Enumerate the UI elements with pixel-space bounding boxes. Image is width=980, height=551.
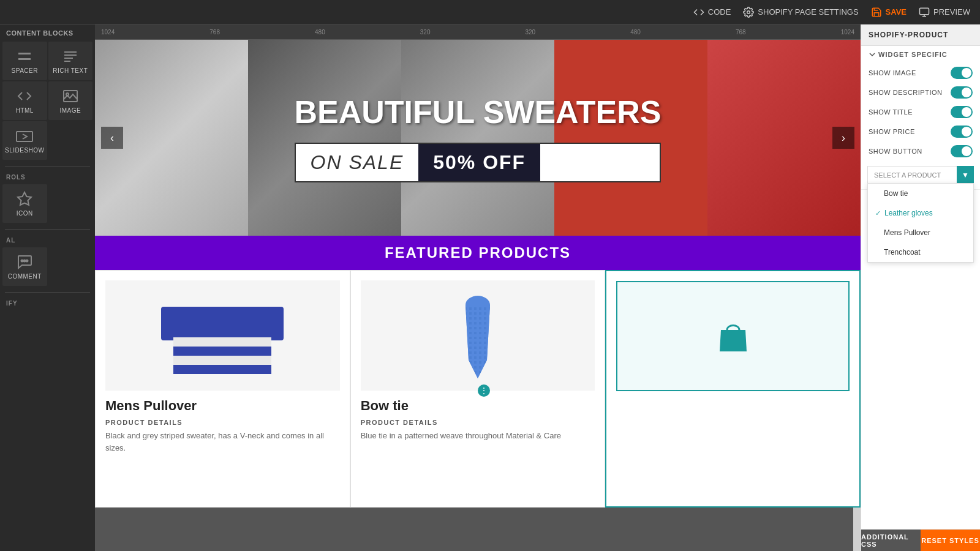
toggle-check-icon (963, 69, 970, 77)
show-title-toggle[interactable] (951, 106, 973, 118)
svg-point-14 (21, 260, 23, 262)
dropdown-item-leather-gloves[interactable]: Leather gloves (868, 203, 973, 223)
product-details-label-1: PRODUCT DETAILS (105, 419, 340, 426)
hero-off: 50% OFF (418, 144, 540, 181)
code-icon (693, 7, 704, 18)
product-card-3 (605, 270, 861, 508)
top-bar: CODE SHOPIFY PAGE SETTINGS SAVE PREVIEW (0, 0, 980, 24)
toggle-check-icon-4 (963, 128, 970, 135)
show-button-toggle[interactable] (951, 145, 973, 157)
rs-tab-header[interactable]: SHOPIFY-PRODUCT (861, 24, 980, 46)
sidebar-item-html[interactable]: HTML (2, 81, 47, 120)
shopify-settings-button[interactable]: SHOPIFY PAGE SETTINGS (743, 7, 858, 18)
sidebar-divider-1 (5, 166, 90, 167)
tie-image (429, 287, 527, 384)
sidebar-divider-2 (5, 229, 90, 230)
additional-css-button[interactable]: ADDITIONAL CSS (861, 530, 921, 551)
ruler-480-left: 480 (315, 29, 325, 36)
select-arrow-icon: ▼ (957, 166, 974, 184)
settings-label: SHOPIFY PAGE SETTINGS (758, 7, 858, 17)
sidebar-item-comment[interactable]: COMMENT (2, 247, 47, 286)
ruler: 1024 768 480 320 320 480 768 1024 (95, 24, 861, 40)
sidebar-item-image[interactable]: IMAGE (48, 81, 92, 120)
svg-rect-1 (920, 8, 929, 15)
spacer-icon (16, 48, 33, 65)
sweater-image (161, 288, 284, 383)
hero-prev-button[interactable]: ‹ (101, 127, 123, 149)
select-product-wrapper: SELECT A PRODUCT Bow tie Leather gloves … (867, 166, 974, 184)
code-button[interactable]: CODE (693, 7, 731, 18)
sidebar-item-spacer[interactable]: SPACER (2, 42, 47, 80)
image-icon (62, 88, 79, 105)
product-card-2: Bow tie PRODUCT DETAILS Blue tie in a pa… (350, 270, 606, 508)
richtext-label: RICH TEXT (53, 67, 88, 74)
product-name-1: Mens Pullover (105, 398, 340, 414)
hero-title: BEAUTIFUL SWEATERS (295, 94, 662, 130)
sidebar-divider-3 (5, 292, 90, 293)
widget-specific-label: WIDGET SPECIFIC (878, 51, 948, 58)
svg-rect-24 (173, 356, 271, 365)
product-image-3 (616, 281, 850, 391)
show-description-toggle[interactable] (951, 86, 973, 99)
show-price-toggle[interactable] (951, 126, 973, 138)
ruler-768-left: 768 (209, 29, 220, 36)
canvas-scroll[interactable]: ‹ BEAUTIFUL SWEATERS ON SALE 50% OFF › F… (95, 40, 861, 551)
svg-rect-9 (64, 61, 70, 62)
hero-next-button[interactable]: › (832, 127, 854, 149)
show-button-label: SHOW BUTTON (869, 148, 922, 155)
ify-label: IFY (0, 296, 95, 308)
dropdown-item-mens-pullover[interactable]: Mens Pullover (868, 223, 973, 242)
dropdown-item-trenchcoat[interactable]: Trenchcoat (868, 242, 973, 262)
preview-label: PREVIEW (933, 7, 970, 17)
save-icon (871, 7, 882, 18)
richtext-icon (62, 48, 79, 65)
ruler-320-left: 320 (420, 29, 431, 36)
preview-button[interactable]: PREVIEW (919, 7, 970, 18)
drag-handle-2[interactable] (478, 384, 490, 397)
controls-grid: ICON (0, 182, 95, 225)
canvas-area: 1024 768 480 320 320 480 768 1024 (95, 24, 861, 551)
svg-rect-25 (173, 365, 271, 374)
svg-rect-5 (18, 58, 31, 60)
ruler-320-right: 320 (526, 29, 536, 36)
controls-label: ROLS (0, 170, 95, 182)
product-image-2 (361, 280, 595, 391)
ruler-480-right: 480 (630, 29, 641, 36)
left-sidebar: CONTENT BLOCKS SPACER RICH TEXT (0, 24, 95, 551)
product-description-1: Black and grey striped sweater, has a V-… (105, 430, 340, 454)
products-grid: Mens Pullover PRODUCT DETAILS Black and … (95, 270, 861, 508)
sidebar-item-icon[interactable]: ICON (2, 184, 47, 223)
bag-icon (715, 318, 752, 354)
show-image-label: SHOW IMAGE (869, 69, 916, 77)
icon-icon (16, 190, 33, 208)
comment-label: COMMENT (8, 273, 42, 280)
hero-banner: ‹ BEAUTIFUL SWEATERS ON SALE 50% OFF › (95, 40, 861, 236)
svg-rect-7 (64, 54, 77, 56)
sidebar-item-richtext[interactable]: RICH TEXT (48, 42, 92, 80)
svg-rect-21 (161, 307, 176, 340)
product-details-label-2: PRODUCT DETAILS (361, 419, 595, 426)
product-dropdown-menu: Bow tie Leather gloves Mens Pullover Tre… (867, 183, 974, 263)
toggle-check-icon-3 (963, 108, 970, 116)
comment-icon (16, 253, 33, 271)
slideshow-icon (16, 127, 33, 144)
content-blocks-grid: SPACER RICH TEXT HTML (0, 39, 95, 162)
sidebar-item-slideshow[interactable]: SLIDESHOW (2, 121, 47, 160)
reset-styles-button[interactable]: RESET STYLES (921, 530, 980, 551)
svg-rect-20 (173, 307, 271, 325)
save-button[interactable]: SAVE (871, 7, 907, 18)
svg-marker-30 (466, 305, 490, 378)
product-3-empty (616, 399, 850, 497)
reset-styles-label: RESET STYLES (921, 537, 979, 544)
slideshow-label: SLIDESHOW (5, 147, 45, 154)
show-image-row: SHOW IMAGE (861, 63, 980, 83)
show-price-row: SHOW PRICE (861, 122, 980, 141)
al-grid: COMMENT (0, 245, 95, 288)
ruler-1024-left: 1024 (101, 29, 115, 36)
dropdown-item-bow-tie[interactable]: Bow tie (868, 184, 973, 203)
show-image-toggle[interactable] (951, 67, 973, 79)
featured-bar: FEATURED PRODUCTS (95, 236, 861, 270)
widget-specific-title[interactable]: WIDGET SPECIFIC (861, 46, 980, 63)
html-label: HTML (16, 107, 34, 114)
chevron-down-icon (869, 51, 876, 58)
